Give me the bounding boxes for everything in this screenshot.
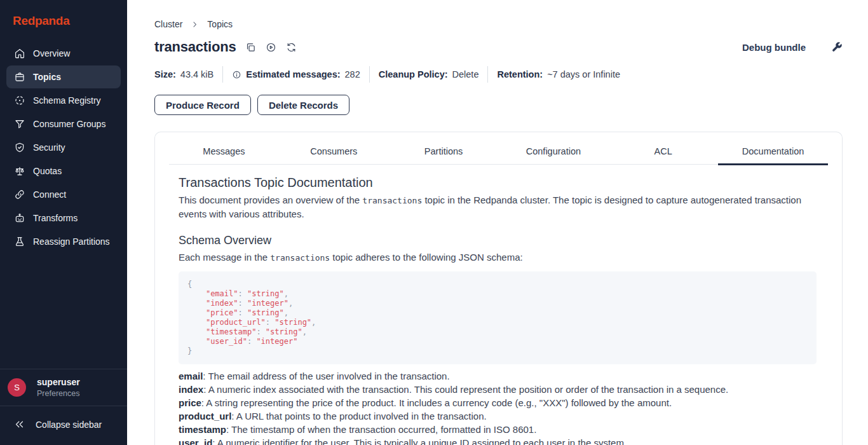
stat-label: Estimated messages:	[246, 69, 340, 79]
link-icon	[14, 189, 25, 200]
code-line: "price": "string",	[187, 308, 808, 318]
stat-value: 43.4 kiB	[180, 69, 214, 79]
produce-record-button[interactable]: Produce Record	[154, 95, 251, 115]
field-desc: : The email address of the user involved…	[203, 371, 449, 381]
sidebar-item-transforms[interactable]: Transforms	[6, 207, 121, 229]
doc-title: Transactions Topic Documentation	[179, 175, 817, 190]
json-schema-code-block: { "email": "string", "index": "integer",…	[179, 271, 817, 364]
sidebar-item-quotas[interactable]: Quotas	[6, 160, 121, 182]
sidebar-item-label: Overview	[33, 48, 70, 58]
field-email: email: The email address of the user inv…	[179, 369, 817, 383]
delete-records-button[interactable]: Delete Records	[257, 95, 349, 115]
avatar: S	[8, 378, 26, 397]
refresh-icon[interactable]	[286, 42, 297, 53]
tab-configuration[interactable]: Configuration	[498, 140, 608, 164]
tab-bar: MessagesConsumersPartitionsConfiguration…	[169, 140, 828, 165]
stat-label: Retention:	[497, 69, 543, 79]
breadcrumb: Cluster Topics	[154, 19, 843, 29]
tab-consumers[interactable]: Consumers	[279, 140, 389, 164]
sidebar-item-label: Transforms	[33, 213, 78, 223]
stat-label: Size:	[154, 69, 176, 79]
sidebar-item-reassign-partitions[interactable]: Reassign Partitions	[6, 230, 121, 253]
sidebar-item-label: Reassign Partitions	[33, 236, 110, 247]
topic-stats: Size: 43.4 kiB Estimated messages: 282 C…	[154, 66, 843, 83]
page-title: transactions	[154, 39, 236, 55]
field-name: product_url	[179, 411, 231, 421]
funnel-icon	[14, 118, 25, 130]
stat-cleanup-policy: Cleanup Policy: Delete	[369, 66, 488, 83]
sidebar-item-security[interactable]: Security	[6, 136, 121, 159]
field-product-url: product_url: A URL that points to the pr…	[179, 409, 817, 423]
stat-label: Cleanup Policy:	[379, 69, 448, 79]
doc-intro: This document provides an overview of th…	[179, 193, 817, 221]
breadcrumb-topics[interactable]: Topics	[207, 19, 233, 29]
tab-messages[interactable]: Messages	[169, 140, 279, 164]
stat-size: Size: 43.4 kiB	[154, 66, 222, 83]
user-menu[interactable]: S superuser Preferences	[0, 369, 127, 406]
debug-bundle-link[interactable]: Debug bundle	[742, 42, 806, 53]
robot-icon	[14, 212, 25, 224]
sidebar-item-schema-registry[interactable]: Schema Registry	[6, 89, 121, 112]
user-preferences-link[interactable]: Preferences	[37, 389, 80, 398]
flask-icon	[14, 236, 25, 247]
field-descriptions: email: The email address of the user inv…	[179, 369, 817, 445]
main-content: Cluster Topics transactions Debug bundle	[127, 0, 868, 445]
sidebar-item-overview[interactable]: Overview	[6, 42, 121, 65]
code-line: "email": "string",	[187, 289, 808, 299]
schema-heading: Schema Overview	[179, 234, 817, 247]
sidebar-item-label: Consumer Groups	[33, 119, 105, 129]
tab-acl[interactable]: ACL	[608, 140, 718, 164]
code-open-brace: {	[187, 280, 808, 289]
field-desc: : A numeric identifier for the user. Thi…	[212, 437, 627, 445]
sidebar-nav: Overview Topics Schema Registry Consumer…	[0, 37, 127, 259]
code-line: "user_id": "integer"	[187, 337, 808, 346]
field-name: price	[179, 397, 201, 408]
breadcrumb-cluster[interactable]: Cluster	[154, 19, 182, 29]
collapse-sidebar-button[interactable]: Collapse sidebar	[0, 406, 127, 445]
tab-documentation[interactable]: Documentation	[718, 140, 828, 164]
stat-value: 282	[345, 69, 360, 79]
sidebar-item-topics[interactable]: Topics	[6, 65, 121, 88]
field-timestamp: timestamp: The timestamp of when the tra…	[179, 423, 817, 436]
field-name: timestamp	[179, 424, 226, 435]
copy-icon[interactable]	[245, 42, 256, 53]
code-line: "product_url": "string",	[187, 318, 808, 327]
tab-partitions[interactable]: Partitions	[389, 140, 499, 164]
sidebar-item-connect[interactable]: Connect	[6, 183, 121, 206]
topic-actions: Produce Record Delete Records	[154, 95, 843, 115]
scales-icon	[14, 165, 25, 177]
code-line: "index": "integer",	[187, 299, 808, 308]
info-icon[interactable]	[232, 70, 241, 79]
sidebar-item-label: Security	[33, 142, 65, 153]
wrench-icon[interactable]	[831, 41, 843, 53]
topic-card: MessagesConsumersPartitionsConfiguration…	[154, 132, 843, 445]
sidebar-item-label: Quotas	[33, 166, 62, 176]
user-name: superuser	[37, 377, 80, 387]
collapse-sidebar-label: Collapse sidebar	[36, 420, 102, 430]
field-name: user_id	[179, 437, 212, 445]
redpanda-logo[interactable]: Redpanda	[13, 14, 69, 27]
title-row: transactions Debug bundle	[154, 39, 843, 55]
field-price: price: A string representing the price o…	[179, 396, 817, 409]
inline-code: transactions	[270, 253, 330, 263]
sidebar-item-consumer-groups[interactable]: Consumer Groups	[6, 113, 121, 135]
sidebar-item-label: Connect	[33, 189, 66, 200]
stat-retention: Retention: ~7 days or Infinite	[487, 66, 629, 83]
field-desc: : A numeric index associated with the tr…	[203, 384, 728, 395]
shield-icon	[14, 142, 25, 153]
field-desc: : A URL that points to the product invol…	[231, 411, 486, 421]
field-desc: : A string representing the price of the…	[201, 397, 672, 408]
documentation-panel: Transactions Topic Documentation This do…	[169, 175, 828, 445]
sidebar-item-label: Schema Registry	[33, 95, 101, 106]
code-lines: "email": "string", "index": "integer", "…	[187, 289, 808, 346]
code-line: "timestamp": "string",	[187, 327, 808, 337]
chevron-right-icon	[191, 20, 199, 29]
schema-registry-icon	[14, 95, 25, 106]
logo-wrap: Redpanda	[0, 0, 127, 37]
stat-estimated-messages: Estimated messages: 282	[222, 66, 369, 83]
code-close-brace: }	[187, 346, 808, 356]
sidebar-item-label: Topics	[33, 72, 61, 82]
play-circle-icon[interactable]	[266, 42, 276, 53]
field-name: index	[179, 384, 203, 395]
field-index: index: A numeric index associated with t…	[179, 383, 817, 396]
